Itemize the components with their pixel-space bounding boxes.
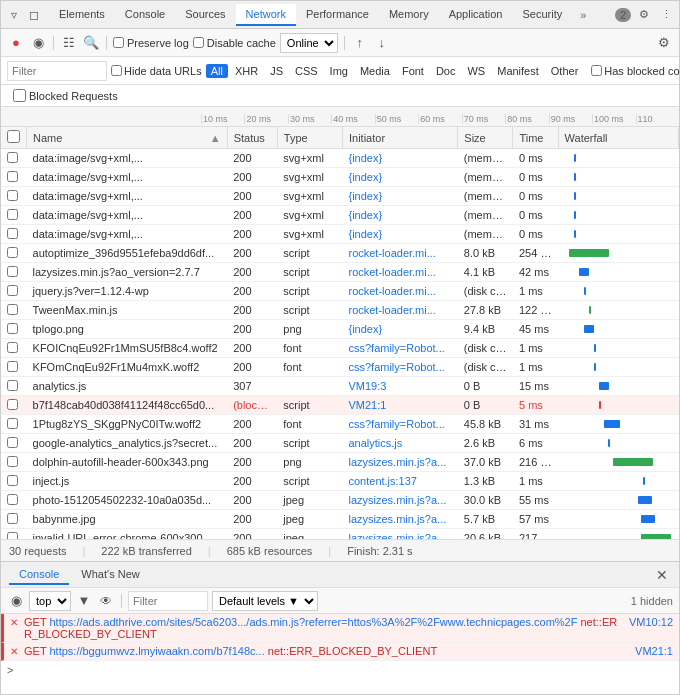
tab-sources[interactable]: Sources bbox=[175, 4, 235, 26]
row-checkbox[interactable] bbox=[7, 399, 18, 410]
filter-input[interactable] bbox=[7, 61, 107, 81]
preserve-log-label[interactable]: Preserve log bbox=[113, 37, 189, 49]
row-checkbox-cell[interactable] bbox=[1, 529, 27, 540]
preserve-log-checkbox[interactable] bbox=[113, 37, 124, 48]
console-prompt-input[interactable] bbox=[17, 663, 673, 676]
has-blocked-cookies-checkbox[interactable] bbox=[591, 65, 602, 76]
table-row[interactable]: babynme.jpg200jpeglazysizes.min.js?a...5… bbox=[1, 510, 679, 529]
table-row[interactable]: data:image/svg+xml,...200svg+xml{index}(… bbox=[1, 187, 679, 206]
network-settings-icon[interactable]: ⚙ bbox=[655, 34, 673, 52]
filter-icon[interactable]: ☷ bbox=[60, 34, 78, 52]
console-tab-console[interactable]: Console bbox=[9, 565, 69, 585]
row-checkbox-cell[interactable] bbox=[1, 377, 27, 396]
row-checkbox[interactable] bbox=[7, 285, 18, 296]
row-initiator-link[interactable]: VM21:1 bbox=[348, 399, 386, 411]
console-tab-whats-new[interactable]: What's New bbox=[71, 565, 149, 585]
row-checkbox-cell[interactable] bbox=[1, 472, 27, 491]
table-row[interactable]: 1Ptug8zYS_SKggPNyC0ITw.woff2200fontcss?f… bbox=[1, 415, 679, 434]
tab-elements[interactable]: Elements bbox=[49, 4, 115, 26]
row-checkbox-cell[interactable] bbox=[1, 244, 27, 263]
row-initiator-link[interactable]: analytics.js bbox=[348, 437, 402, 449]
table-row[interactable]: inject.js200scriptcontent.js:1371.3 kB1 … bbox=[1, 472, 679, 491]
table-row[interactable]: tplogo.png200png{index}9.4 kB45 ms bbox=[1, 320, 679, 339]
col-header-initiator[interactable]: Initiator bbox=[342, 127, 457, 149]
row-checkbox-cell[interactable] bbox=[1, 415, 27, 434]
table-row[interactable]: data:image/svg+xml,...200svg+xml{index}(… bbox=[1, 206, 679, 225]
filter-css-button[interactable]: CSS bbox=[290, 64, 323, 78]
close-console-button[interactable]: ✕ bbox=[653, 566, 671, 584]
row-initiator-link[interactable]: lazysizes.min.js?a... bbox=[348, 513, 446, 525]
upload-icon[interactable]: ↑ bbox=[351, 34, 369, 52]
row-initiator-link[interactable]: lazysizes.min.js?a... bbox=[348, 532, 446, 539]
filter-xhr-button[interactable]: XHR bbox=[230, 64, 263, 78]
row-initiator-link[interactable]: lazysizes.min.js?a... bbox=[348, 494, 446, 506]
row-checkbox-cell[interactable] bbox=[1, 168, 27, 187]
row-initiator-link[interactable]: {index} bbox=[348, 323, 382, 335]
table-row[interactable]: data:image/svg+xml,...200svg+xml{index}(… bbox=[1, 225, 679, 244]
tab-network[interactable]: Network bbox=[236, 4, 296, 26]
row-checkbox-cell[interactable] bbox=[1, 491, 27, 510]
row-initiator-link[interactable]: rocket-loader.mi... bbox=[348, 247, 435, 259]
col-header-name[interactable]: Name ▲ bbox=[27, 127, 228, 149]
row-checkbox-cell[interactable] bbox=[1, 206, 27, 225]
table-row[interactable]: google-analytics_analytics.js?secret...2… bbox=[1, 434, 679, 453]
row-initiator-link[interactable]: rocket-loader.mi... bbox=[348, 285, 435, 297]
disable-cache-checkbox[interactable] bbox=[193, 37, 204, 48]
tab-application[interactable]: Application bbox=[439, 4, 513, 26]
disable-cache-label[interactable]: Disable cache bbox=[193, 37, 276, 49]
table-row[interactable]: KFOmCnqEu92Fr1Mu4mxK.woff2200fontcss?fam… bbox=[1, 358, 679, 377]
row-checkbox[interactable] bbox=[7, 380, 18, 391]
console-entry-1[interactable]: ✕ GET https://bggumwvz.lmyiwaakn.com/b7f… bbox=[1, 643, 679, 661]
row-initiator-link[interactable]: {index} bbox=[348, 190, 382, 202]
row-checkbox-cell[interactable] bbox=[1, 187, 27, 206]
tab-console[interactable]: Console bbox=[115, 4, 175, 26]
row-checkbox[interactable] bbox=[7, 228, 18, 239]
row-initiator-link[interactable]: {index} bbox=[348, 152, 382, 164]
row-checkbox[interactable] bbox=[7, 532, 18, 540]
more-tabs-button[interactable]: » bbox=[574, 5, 592, 25]
row-initiator-link[interactable]: content.js:137 bbox=[348, 475, 417, 487]
table-row[interactable]: data:image/svg+xml,...200svg+xml{index}(… bbox=[1, 168, 679, 187]
col-header-status[interactable]: Status bbox=[227, 127, 277, 149]
clear-button[interactable]: ◉ bbox=[29, 34, 47, 52]
row-checkbox[interactable] bbox=[7, 513, 18, 524]
row-checkbox-cell[interactable] bbox=[1, 320, 27, 339]
filter-js-button[interactable]: JS bbox=[265, 64, 288, 78]
row-checkbox[interactable] bbox=[7, 304, 18, 315]
col-header-size[interactable]: Size bbox=[458, 127, 513, 149]
table-row[interactable]: photo-1512054502232-10a0a035d...200jpegl… bbox=[1, 491, 679, 510]
table-row[interactable]: autoptimize_396d9551efeba9dd6df...200scr… bbox=[1, 244, 679, 263]
row-checkbox-cell[interactable] bbox=[1, 453, 27, 472]
row-checkbox[interactable] bbox=[7, 171, 18, 182]
more-options-icon[interactable]: ⋮ bbox=[657, 6, 675, 24]
row-checkbox[interactable] bbox=[7, 456, 18, 467]
row-initiator-link[interactable]: rocket-loader.mi... bbox=[348, 266, 435, 278]
console-dropdown-icon[interactable]: ▼ bbox=[75, 592, 93, 610]
filter-font-button[interactable]: Font bbox=[397, 64, 429, 78]
blocked-requests-checkbox[interactable] bbox=[13, 89, 26, 102]
console-eye-icon[interactable]: 👁 bbox=[97, 592, 115, 610]
error-link-0[interactable]: https://ads.adthrive.com/sites/5ca6203..… bbox=[49, 616, 577, 628]
row-checkbox-cell[interactable] bbox=[1, 358, 27, 377]
row-initiator-link[interactable]: {index} bbox=[348, 228, 382, 240]
row-checkbox-cell[interactable] bbox=[1, 339, 27, 358]
row-checkbox[interactable] bbox=[7, 342, 18, 353]
row-checkbox[interactable] bbox=[7, 494, 18, 505]
tab-security[interactable]: Security bbox=[512, 4, 572, 26]
device-icon[interactable]: ◻ bbox=[25, 6, 43, 24]
filter-manifest-button[interactable]: Manifest bbox=[492, 64, 544, 78]
row-checkbox-cell[interactable] bbox=[1, 301, 27, 320]
row-checkbox[interactable] bbox=[7, 361, 18, 372]
row-checkbox[interactable] bbox=[7, 247, 18, 258]
row-checkbox-cell[interactable] bbox=[1, 263, 27, 282]
console-context-select[interactable]: top bbox=[29, 591, 71, 611]
table-row[interactable]: TweenMax.min.js200scriptrocket-loader.mi… bbox=[1, 301, 679, 320]
blocked-requests-label[interactable]: Blocked Requests bbox=[7, 89, 124, 102]
table-row[interactable]: jquery.js?ver=1.12.4-wp200scriptrocket-l… bbox=[1, 282, 679, 301]
filter-all-button[interactable]: All bbox=[206, 64, 228, 78]
row-initiator-link[interactable]: css?family=Robot... bbox=[348, 342, 444, 354]
col-header-check[interactable] bbox=[1, 127, 27, 149]
row-checkbox-cell[interactable] bbox=[1, 282, 27, 301]
table-row[interactable]: b7f148cab40d038f41124f48cc65d0...(blocke… bbox=[1, 396, 679, 415]
filter-img-button[interactable]: Img bbox=[325, 64, 353, 78]
